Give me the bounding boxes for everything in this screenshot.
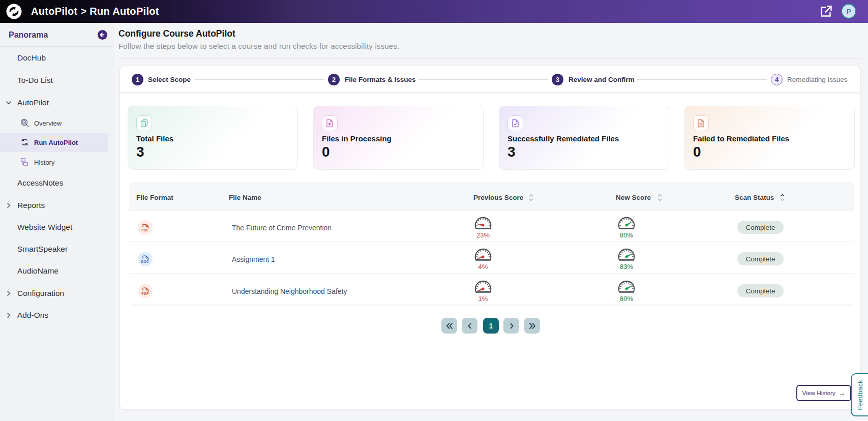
svg-text:PDF: PDF [141, 291, 148, 295]
svg-text:DOC: DOC [141, 259, 148, 263]
svg-text:PDF: PDF [141, 228, 148, 231]
